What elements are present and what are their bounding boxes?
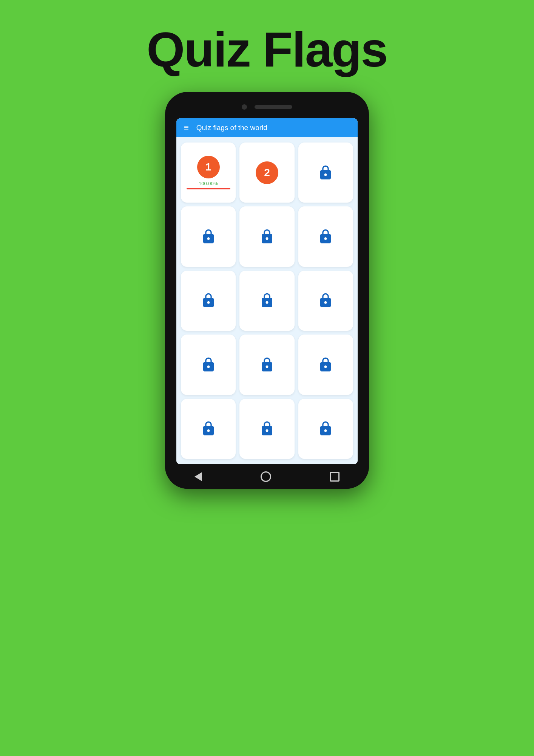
phone-top-bar [165,92,369,118]
app-bar-title: Quiz flags of the world [196,124,267,132]
level-badge-2: 2 [256,161,278,184]
lock-icon-15 [318,421,333,437]
lock-icon-5 [259,229,275,245]
level-card-4[interactable] [181,206,236,266]
lock-icon-4 [201,229,216,245]
level-card-9[interactable] [298,271,353,331]
phone-speaker [255,105,292,109]
level-progress-bar-1 [187,188,230,189]
level-card-7[interactable] [181,271,236,331]
level-card-1[interactable]: 1100.00% [181,143,236,203]
lock-icon-12 [318,357,333,373]
level-card-14[interactable] [239,399,294,459]
lock-icon-3 [318,165,333,181]
level-card-11[interactable] [239,335,294,395]
lock-icon-11 [259,357,275,373]
levels-grid: 1100.00%2 [176,137,358,464]
level-card-12[interactable] [298,335,353,395]
phone-bottom-bar [165,464,369,489]
phone-screen: ≡ Quiz flags of the world 1100.00%2 [176,118,358,464]
lock-icon-14 [259,421,275,437]
nav-recents-button[interactable] [330,472,340,482]
nav-back-button[interactable] [194,472,202,481]
phone-camera [242,104,247,110]
level-badge-1: 1 [197,156,220,178]
lock-icon-7 [201,293,216,308]
level-card-15[interactable] [298,399,353,459]
level-card-8[interactable] [239,271,294,331]
level-card-10[interactable] [181,335,236,395]
level-card-13[interactable] [181,399,236,459]
hamburger-icon[interactable]: ≡ [184,124,189,132]
lock-icon-6 [318,229,333,245]
level-card-2[interactable]: 2 [239,143,294,203]
phone-shell: ≡ Quiz flags of the world 1100.00%2 [165,92,369,489]
nav-home-button[interactable] [261,471,271,482]
level-card-3[interactable] [298,143,353,203]
level-progress-text-1: 100.00% [199,181,218,186]
lock-icon-10 [201,357,216,373]
lock-icon-13 [201,421,216,437]
level-card-5[interactable] [239,206,294,266]
page-title: Quiz Flags [147,23,387,77]
lock-icon-8 [259,293,275,308]
lock-icon-9 [318,293,333,308]
app-bar: ≡ Quiz flags of the world [176,118,358,137]
level-card-6[interactable] [298,206,353,266]
